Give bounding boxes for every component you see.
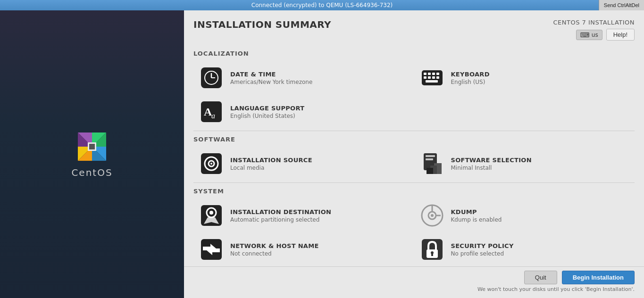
installation-destination-icon	[199, 203, 224, 228]
localization-grid: DATE & TIME Americas/New York timezone	[193, 61, 635, 129]
network-hostname-desc: Not connected	[230, 250, 319, 257]
security-policy-text: SECURITY POLICY No profile selected	[451, 242, 514, 257]
footer-note: We won't touch your disks until you clic…	[477, 286, 635, 292]
main-layout: CentOS INSTALLATION SUMMARY CENTOS 7 INS…	[0, 10, 644, 298]
svg-rect-16	[428, 73, 431, 75]
keyboard-icon: ⌨	[580, 31, 590, 39]
centos-logo-text: CentOS	[71, 167, 112, 178]
content-body: LOCALIZATION DATE & TIME Americ	[184, 45, 644, 266]
software-section-label: SOFTWARE	[193, 136, 635, 143]
security-policy-icon	[420, 237, 444, 262]
localization-section-label: LOCALIZATION	[193, 50, 635, 57]
begin-installation-button[interactable]: Begin Installation	[562, 271, 635, 284]
svg-rect-15	[424, 73, 427, 75]
top-bar: Connected (encrypted) to QEMU (LS-664936…	[0, 0, 644, 10]
quit-button[interactable]: Quit	[524, 271, 557, 284]
language-text: LANGUAGE SUPPORT English (United States)	[230, 105, 304, 119]
keyboard-text: KEYBOARD English (US)	[451, 71, 490, 85]
svg-point-42	[431, 214, 434, 217]
help-button[interactable]: Help!	[606, 29, 635, 41]
svg-point-30	[210, 163, 212, 165]
svg-rect-18	[436, 73, 439, 75]
date-time-item[interactable]: DATE & TIME Americas/New York timezone	[193, 61, 414, 95]
svg-point-39	[209, 211, 213, 215]
content-header: INSTALLATION SUMMARY CENTOS 7 INSTALLATI…	[184, 10, 644, 45]
svg-text:a: a	[211, 112, 215, 120]
installation-destination-desc: Automatic partitioning selected	[230, 216, 331, 223]
kdump-name: KDUMP	[451, 208, 502, 215]
installation-source-item[interactable]: INSTALLATION SOURCE Local media	[193, 147, 414, 181]
kdump-icon	[420, 203, 444, 228]
security-policy-desc: No profile selected	[451, 250, 514, 257]
language-item[interactable]: A a LANGUAGE SUPPORT English (United Sta…	[193, 95, 414, 129]
svg-rect-21	[432, 76, 435, 79]
svg-rect-23	[426, 80, 438, 83]
system-section-label: SYSTEM	[193, 188, 635, 195]
footer-buttons: Quit Begin Installation	[524, 271, 635, 284]
keyboard-desc: English (US)	[451, 79, 490, 85]
kdump-desc: Kdump is enabled	[451, 216, 502, 223]
language-icon: A a	[199, 99, 224, 124]
installation-destination-name: INSTALLATION DESTINATION	[230, 208, 331, 215]
installation-destination-text: INSTALLATION DESTINATION Automatic parti…	[230, 208, 331, 223]
date-time-text: DATE & TIME Americas/New York timezone	[230, 71, 312, 85]
svg-rect-9	[89, 144, 95, 149]
keyboard-item[interactable]: KEYBOARD English (US)	[414, 61, 635, 95]
keyboard-name: KEYBOARD	[451, 71, 490, 78]
content-footer: Quit Begin Installation We won't touch y…	[184, 266, 644, 298]
svg-marker-36	[427, 168, 433, 174]
installation-destination-item[interactable]: INSTALLATION DESTINATION Automatic parti…	[193, 199, 414, 232]
kdump-text: KDUMP Kdump is enabled	[451, 208, 502, 223]
kdump-item[interactable]: KDUMP Kdump is enabled	[414, 199, 635, 232]
network-hostname-item[interactable]: NETWORK & HOST NAME Not connected	[193, 232, 414, 266]
installation-source-text: INSTALLATION SOURCE Local media	[230, 157, 312, 171]
security-policy-item[interactable]: SECURITY POLICY No profile selected	[414, 232, 635, 266]
svg-rect-22	[436, 76, 439, 79]
software-selection-name: SOFTWARE SELECTION	[451, 157, 532, 164]
network-hostname-text: NETWORK & HOST NAME Not connected	[230, 242, 319, 257]
network-hostname-name: NETWORK & HOST NAME	[230, 242, 319, 249]
security-policy-name: SECURITY POLICY	[451, 242, 514, 249]
software-selection-desc: Minimal Install	[451, 165, 532, 171]
svg-rect-17	[432, 73, 435, 75]
date-time-desc: Americas/New York timezone	[230, 79, 312, 85]
localization-divider	[193, 131, 635, 131]
date-time-icon	[199, 66, 224, 90]
software-selection-icon	[420, 151, 444, 176]
svg-rect-32	[426, 155, 435, 157]
software-selection-item[interactable]: SOFTWARE SELECTION Minimal Install	[414, 147, 635, 181]
centos7-title: CENTOS 7 INSTALLATION	[553, 19, 635, 26]
installation-source-desc: Local media	[230, 165, 312, 171]
header-controls: ⌨ us Help!	[576, 29, 635, 41]
software-selection-text: SOFTWARE SELECTION Minimal Install	[451, 157, 532, 171]
sidebar: CentOS	[0, 10, 184, 298]
svg-rect-20	[428, 76, 431, 79]
network-hostname-icon	[199, 237, 224, 262]
keyboard-indicator[interactable]: ⌨ us	[576, 30, 602, 40]
language-name: LANGUAGE SUPPORT	[230, 105, 304, 112]
installation-source-name: INSTALLATION SOURCE	[230, 157, 312, 164]
content-area: INSTALLATION SUMMARY CENTOS 7 INSTALLATI…	[184, 10, 644, 298]
installation-source-icon	[199, 151, 224, 176]
software-divider	[193, 182, 635, 183]
centos-logo-icon	[75, 130, 109, 163]
software-grid: INSTALLATION SOURCE Local media	[193, 147, 635, 181]
centos-logo: CentOS	[71, 130, 112, 178]
page-title: INSTALLATION SUMMARY	[193, 19, 331, 30]
keyboard-layout-label: us	[592, 32, 598, 38]
send-ctrl-alt-del-button[interactable]: Send CtrlAltDel	[599, 0, 644, 10]
date-time-name: DATE & TIME	[230, 71, 312, 78]
svg-rect-33	[426, 158, 433, 160]
system-grid: INSTALLATION DESTINATION Automatic parti…	[193, 199, 635, 266]
language-desc: English (United States)	[230, 113, 304, 119]
svg-rect-51	[431, 253, 433, 256]
connection-status: Connected (encrypted) to QEMU (LS-664936…	[251, 2, 393, 8]
svg-rect-19	[424, 76, 427, 79]
header-right: CENTOS 7 INSTALLATION ⌨ us Help!	[553, 19, 635, 41]
keyboard-item-icon	[420, 66, 444, 90]
